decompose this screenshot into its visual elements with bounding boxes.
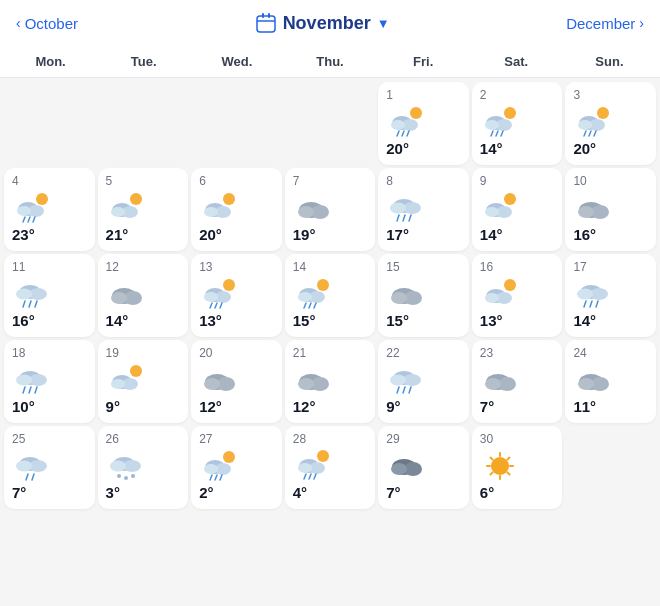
day-cell[interactable]: 17 14° <box>565 254 656 337</box>
day-cell[interactable]: 23 7° <box>472 340 563 423</box>
day-cell[interactable]: 19 9° <box>98 340 189 423</box>
day-cell[interactable]: 24 11° <box>565 340 656 423</box>
svg-line-123 <box>26 474 28 480</box>
day-cell[interactable]: 10 16° <box>565 168 656 251</box>
svg-point-28 <box>17 206 31 216</box>
svg-point-42 <box>298 206 314 218</box>
svg-line-91 <box>596 301 598 307</box>
temperature: 20° <box>199 226 222 243</box>
svg-line-23 <box>589 131 591 136</box>
day-cell[interactable]: 9 14° <box>472 168 563 251</box>
svg-line-137 <box>220 475 222 480</box>
temperature: 4° <box>293 484 307 501</box>
next-month-link[interactable]: December › <box>566 15 644 32</box>
weather-icon-rain-sun <box>293 278 333 310</box>
temperature: 12° <box>293 398 316 415</box>
svg-line-156 <box>490 472 492 474</box>
prev-month-link[interactable]: ‹ October <box>16 15 78 32</box>
svg-point-81 <box>391 292 407 304</box>
day-cell[interactable]: 12 14° <box>98 254 189 337</box>
weather-icon-cloud <box>293 364 333 396</box>
svg-line-153 <box>490 458 492 460</box>
day-cell[interactable]: 29 7° <box>378 426 469 509</box>
day-cell[interactable]: 11 16° <box>4 254 95 337</box>
day-cell[interactable]: 20 12° <box>191 340 282 423</box>
svg-point-25 <box>36 193 48 205</box>
svg-rect-2 <box>262 13 264 18</box>
weekday-label: Fri. <box>377 46 470 77</box>
weekday-label: Sat. <box>470 46 563 77</box>
day-cell[interactable]: 22 9° <box>378 340 469 423</box>
weather-icon-cloud <box>573 364 613 396</box>
day-cell[interactable]: 6 20° <box>191 168 282 251</box>
svg-point-55 <box>578 206 594 218</box>
svg-line-17 <box>501 131 503 136</box>
current-month-title: November ▼ <box>255 12 390 34</box>
day-cell[interactable]: 15 15° <box>378 254 469 337</box>
day-cell[interactable]: 13 13° <box>191 254 282 337</box>
svg-line-95 <box>23 387 25 393</box>
day-cell[interactable]: 18 10° <box>4 340 95 423</box>
calendar-grid: 1 20°2 14°3 20°4 <box>0 78 660 513</box>
day-number: 14 <box>293 260 306 274</box>
svg-point-116 <box>485 378 501 390</box>
day-cell[interactable]: 1 20° <box>378 82 469 165</box>
temperature: 15° <box>386 312 409 329</box>
day-number: 7 <box>293 174 300 188</box>
day-cell[interactable]: 21 12° <box>285 340 376 423</box>
svg-line-144 <box>314 474 316 479</box>
weather-icon-cloud-sun <box>480 278 520 310</box>
svg-line-112 <box>403 387 405 393</box>
svg-point-4 <box>410 107 422 119</box>
weather-icon-rain-sun <box>573 106 613 138</box>
day-cell[interactable]: 3 20° <box>565 82 656 165</box>
weather-icon-rain <box>573 278 613 310</box>
weather-icon-rain <box>386 192 426 224</box>
weather-icon-rain <box>12 278 52 310</box>
day-cell[interactable]: 30 6° <box>472 426 563 509</box>
day-number: 13 <box>199 260 212 274</box>
weather-icon-cloud-sun <box>106 192 146 224</box>
day-cell[interactable]: 14 15° <box>285 254 376 337</box>
day-number: 16 <box>480 260 493 274</box>
day-cell[interactable]: 7 19° <box>285 168 376 251</box>
dropdown-arrow-icon[interactable]: ▼ <box>377 16 390 31</box>
day-number: 3 <box>573 88 580 102</box>
svg-line-143 <box>309 474 311 479</box>
svg-point-85 <box>485 293 499 303</box>
current-month-label: November <box>283 13 371 34</box>
svg-line-31 <box>33 217 35 222</box>
day-cell[interactable]: 26 3° <box>98 426 189 509</box>
svg-line-136 <box>215 475 217 480</box>
svg-point-141 <box>298 463 312 473</box>
svg-line-61 <box>35 301 37 307</box>
temperature: 15° <box>293 312 316 329</box>
svg-line-71 <box>220 303 222 308</box>
svg-line-24 <box>594 131 596 136</box>
svg-line-135 <box>210 475 212 480</box>
day-cell[interactable]: 25 7° <box>4 426 95 509</box>
temperature: 10° <box>12 398 35 415</box>
day-cell[interactable]: 27 2° <box>191 426 282 509</box>
svg-point-65 <box>223 279 235 291</box>
weather-icon-sun <box>480 450 520 482</box>
temperature: 14° <box>106 312 129 329</box>
svg-line-70 <box>215 303 217 308</box>
day-number: 20 <box>199 346 212 360</box>
weather-icon-cloud <box>293 192 333 224</box>
svg-line-96 <box>29 387 31 393</box>
day-cell[interactable]: 16 13° <box>472 254 563 337</box>
day-cell <box>98 82 189 165</box>
day-cell[interactable]: 28 4° <box>285 426 376 509</box>
day-number: 25 <box>12 432 25 446</box>
temperature: 16° <box>573 226 596 243</box>
day-cell[interactable]: 4 23° <box>4 168 95 251</box>
svg-line-59 <box>23 301 25 307</box>
day-cell[interactable]: 5 21° <box>98 168 189 251</box>
svg-rect-0 <box>257 16 275 32</box>
temperature: 13° <box>199 312 222 329</box>
temperature: 20° <box>386 140 409 157</box>
day-cell[interactable]: 8 17° <box>378 168 469 251</box>
temperature: 7° <box>12 484 26 501</box>
day-cell[interactable]: 2 14° <box>472 82 563 165</box>
